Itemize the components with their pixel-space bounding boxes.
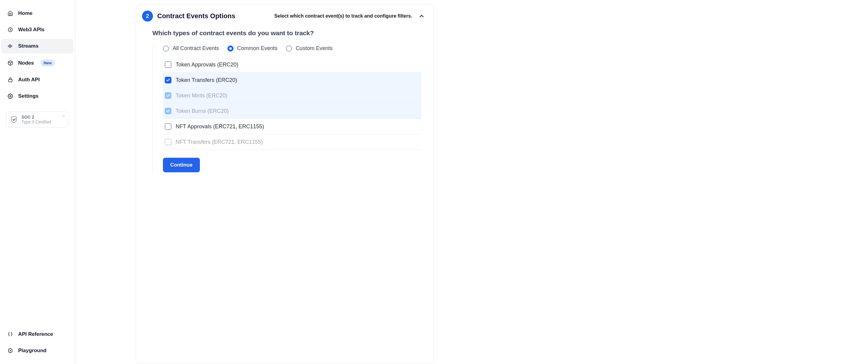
svg-point-12 [10, 351, 11, 351]
radio-custom-events[interactable]: Custom Events [286, 45, 333, 52]
sidebar-item-streams[interactable]: Streams [1, 39, 73, 53]
checkbox-box [165, 61, 172, 68]
panel-content-block: All Contract Events Common Events Custom… [152, 45, 421, 172]
step-number-badge: 2 [142, 10, 153, 22]
checkbox-token-transfers-erc20[interactable]: Token Transfers (ERC20) [163, 73, 421, 88]
checkbox-label: Token Approvals (ERC20) [176, 62, 238, 68]
braces-icon [7, 331, 13, 337]
checkbox-nft-approvals[interactable]: NFT Approvals (ERC721, ERC1155) [163, 119, 421, 134]
sandbox-icon [7, 347, 13, 354]
sidebar-item-settings[interactable]: Settings [1, 89, 73, 104]
home-icon [7, 10, 13, 17]
sidebar-item-label: Auth API [18, 77, 40, 83]
panel-header[interactable]: 2 Contract Events Options Select which c… [136, 4, 433, 26]
svg-line-10 [62, 115, 64, 117]
radio-label: Common Events [237, 45, 277, 52]
checkbox-token-approvals-erc20[interactable]: Token Approvals (ERC20) [163, 57, 421, 73]
svg-rect-8 [8, 80, 12, 82]
new-badge: New [40, 59, 55, 66]
chevron-up-icon[interactable] [418, 13, 425, 20]
sidebar: Home 3 Web3 APIs Streams Nodes New [0, 0, 75, 364]
contract-events-panel: 2 Contract Events Options Select which c… [136, 4, 434, 364]
checkbox-box [165, 108, 172, 114]
radio-circle [227, 46, 234, 52]
sidebar-item-web3-apis[interactable]: 3 Web3 APIs [1, 23, 73, 37]
radio-all-contract-events[interactable]: All Contract Events [163, 45, 219, 52]
coin-icon: 3 [7, 27, 13, 33]
sidebar-item-label: Nodes [18, 60, 34, 66]
checkbox-label: NFT Transfers (ERC721, ERC1155) [176, 139, 263, 145]
panel-body: Which types of contract events do you wa… [136, 26, 433, 172]
sidebar-item-auth-api[interactable]: Auth API [1, 73, 73, 87]
sidebar-top-group: Home 3 Web3 APIs Streams Nodes New [0, 6, 75, 139]
checkbox-label: Token Burns (ERC20) [176, 108, 229, 114]
soc-certified-box[interactable]: SOC 2 Type II Certified [6, 111, 69, 128]
cube-icon [7, 60, 13, 66]
soc-line2: Type II Certified [22, 119, 51, 124]
event-type-checkbox-list: Token Approvals (ERC20) Token Transfers … [163, 57, 421, 150]
event-scope-radios: All Contract Events Common Events Custom… [163, 45, 421, 52]
svg-point-9 [10, 95, 11, 97]
radio-circle [286, 46, 292, 52]
external-link-icon [61, 114, 65, 118]
checkbox-token-mints-erc20: Token Mints (ERC20) [163, 88, 421, 104]
radio-label: All Contract Events [173, 45, 219, 52]
panel-question: Which types of contract events do you wa… [152, 29, 421, 37]
sidebar-item-label: Streams [18, 43, 38, 49]
checkbox-label: Token Transfers (ERC20) [176, 77, 237, 83]
checkbox-box [165, 123, 172, 130]
sidebar-item-label: Settings [18, 93, 38, 99]
sidebar-bottom-group: API Reference Playground [0, 327, 75, 358]
shield-check-icon [10, 116, 18, 123]
panel-hint: Select which contract event(s) to track … [274, 13, 412, 19]
svg-marker-11 [8, 348, 12, 353]
radio-common-events[interactable]: Common Events [227, 45, 277, 52]
sidebar-item-label: API Reference [18, 331, 53, 337]
sidebar-item-label: Playground [18, 347, 46, 354]
panel-title: Contract Events Options [157, 12, 235, 20]
waveform-icon [7, 43, 13, 49]
sidebar-item-label: Web3 APIs [18, 27, 44, 33]
checkbox-box [165, 139, 172, 145]
sidebar-item-nodes[interactable]: Nodes New [1, 55, 73, 71]
checkbox-box [165, 92, 172, 99]
continue-button[interactable]: Continue [163, 158, 200, 172]
main-content: 2 Contract Events Options Select which c… [75, 0, 868, 364]
sidebar-item-playground[interactable]: Playground [1, 343, 73, 358]
sidebar-item-home[interactable]: Home [1, 6, 73, 21]
checkbox-label: Token Mints (ERC20) [176, 92, 227, 99]
checkbox-label: NFT Approvals (ERC721, ERC1155) [176, 123, 264, 130]
lock-icon [7, 77, 13, 83]
soc-line1: SOC 2 [22, 115, 51, 119]
checkbox-box [165, 77, 172, 83]
checkbox-token-burns-erc20: Token Burns (ERC20) [163, 104, 421, 119]
gear-icon [7, 93, 13, 99]
radio-label: Custom Events [296, 45, 333, 52]
sidebar-item-api-reference[interactable]: API Reference [1, 327, 73, 341]
checkbox-nft-transfers: NFT Transfers (ERC721, ERC1155) [163, 134, 421, 150]
radio-circle [163, 46, 169, 52]
sidebar-item-label: Home [18, 10, 32, 17]
svg-text:3: 3 [10, 29, 11, 31]
